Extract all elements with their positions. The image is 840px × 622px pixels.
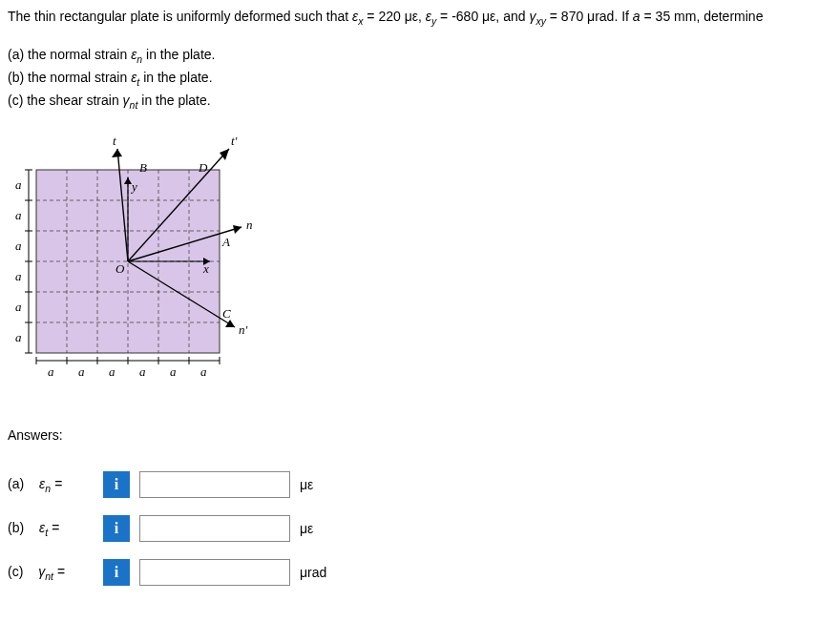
- info-button-c[interactable]: i: [103, 559, 130, 586]
- answer-row-a: (a) εn = i με: [8, 471, 832, 498]
- part-a: (a) the normal strain εn in the plate.: [8, 45, 832, 68]
- svg-text:a: a: [48, 364, 54, 379]
- axis-n-label: n: [246, 218, 253, 232]
- svg-marker-21: [233, 225, 242, 234]
- axis-tprime-label: t': [231, 134, 238, 148]
- svg-text:a: a: [78, 364, 85, 379]
- svg-text:a: a: [15, 300, 22, 314]
- svg-marker-19: [112, 149, 122, 157]
- part-b-post: in the plate.: [139, 70, 212, 85]
- ex-val: = 220 με,: [363, 9, 425, 24]
- point-D-label: D: [198, 160, 208, 175]
- part-c-post: in the plate.: [137, 93, 210, 108]
- answer-c-unit: μrad: [300, 565, 347, 580]
- svg-text:a: a: [15, 330, 22, 344]
- part-c-sym: γ: [123, 93, 130, 108]
- point-C-label: C: [222, 306, 231, 321]
- point-A-label: A: [221, 235, 230, 249]
- answer-b-eq: =: [48, 520, 59, 535]
- answer-c-prefix: (c): [8, 564, 23, 579]
- part-b: (b) the normal strain εt in the plate.: [8, 68, 832, 91]
- answer-b-unit: με: [300, 521, 347, 536]
- axis-y-label: y: [130, 179, 137, 194]
- part-c: (c) the shear strain γnt in the plate.: [8, 91, 832, 114]
- problem-pre: The thin rectangular plate is uniformly …: [8, 9, 352, 24]
- svg-text:a: a: [139, 364, 146, 379]
- point-B-label: B: [139, 160, 147, 175]
- svg-marker-22: [225, 320, 235, 327]
- svg-text:a: a: [15, 177, 22, 192]
- axis-x-label: x: [202, 261, 209, 276]
- info-button-b[interactable]: i: [103, 515, 130, 542]
- answer-c-sub: nt: [45, 570, 53, 581]
- answer-row-c: (c) γnt = i μrad: [8, 559, 832, 586]
- axis-nprime-label: n': [239, 322, 248, 337]
- svg-text:a: a: [200, 364, 207, 379]
- part-b-pre: (b) the normal strain: [8, 70, 131, 85]
- answer-b-input[interactable]: [139, 515, 290, 542]
- parts-list: (a) the normal strain εn in the plate. (…: [8, 45, 832, 113]
- answer-a-unit: με: [300, 477, 347, 492]
- svg-text:a: a: [109, 364, 116, 379]
- answer-c-input[interactable]: [139, 559, 290, 586]
- axis-t-label: t: [113, 134, 116, 148]
- point-O-label: O: [116, 261, 125, 276]
- answer-a-prefix: (a): [8, 476, 24, 491]
- answer-a-eq: =: [51, 476, 62, 491]
- answers-header: Answers:: [8, 427, 832, 443]
- a-val: = 35 mm, determine: [640, 9, 764, 24]
- answer-c-eq: =: [53, 564, 65, 579]
- answer-a-input[interactable]: [139, 471, 290, 498]
- problem-statement: The thin rectangular plate is uniformly …: [8, 8, 832, 28]
- svg-text:a: a: [15, 238, 22, 253]
- gxy-sub: xy: [536, 15, 546, 27]
- svg-text:a: a: [15, 269, 22, 283]
- ey-val: = -680 με, and: [436, 9, 529, 24]
- answer-b-prefix: (b): [8, 520, 24, 535]
- info-button-a[interactable]: i: [103, 471, 130, 498]
- answer-row-b: (b) εt = i με: [8, 515, 832, 542]
- part-a-post: in the plate.: [142, 47, 215, 62]
- svg-text:a: a: [15, 208, 22, 222]
- svg-text:a: a: [170, 364, 177, 379]
- gxy-val: = 870 μrad. If: [546, 9, 633, 24]
- a-var: a: [633, 9, 640, 24]
- part-a-pre: (a) the normal strain: [8, 47, 131, 62]
- part-c-pre: (c) the shear strain: [8, 93, 123, 108]
- plate-diagram: t t' n n' x y B D A C O a a a a a a a a …: [8, 132, 275, 399]
